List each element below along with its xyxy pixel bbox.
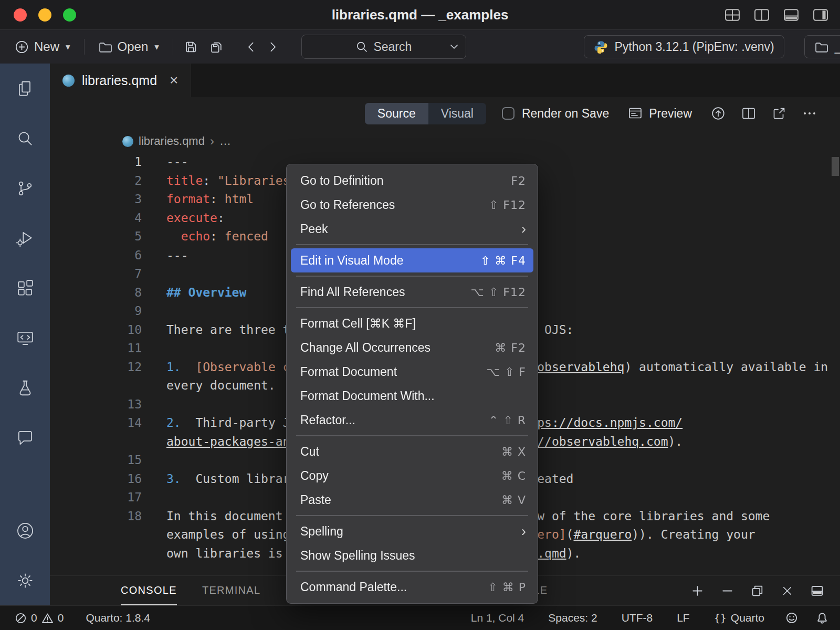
sidebar-item-search[interactable] [0, 113, 50, 163]
zoom-window-button[interactable] [63, 8, 76, 22]
feedback-button[interactable] [785, 612, 798, 624]
line-number: 7 [50, 265, 142, 284]
workspace-button[interactable]: _examples [804, 35, 840, 58]
menu-item-format-cell-k-f[interactable]: Format Cell [⌘K ⌘F] [291, 311, 533, 335]
minimize-window-button[interactable] [38, 8, 51, 22]
code-text: execute: [166, 209, 225, 228]
language-mode-status[interactable]: {} Quarto [711, 611, 768, 625]
problems-status[interactable]: 0 0 [12, 611, 67, 625]
menu-item-shortcut: ⇧ F12 [489, 198, 526, 212]
indentation-status[interactable]: Spaces: 2 [545, 611, 600, 625]
save-button[interactable] [184, 40, 198, 54]
quarto-version-status[interactable]: Quarto: 1.8.4 [82, 611, 153, 625]
sidebar-item-chat[interactable] [0, 413, 50, 463]
sidebar-item-viewer[interactable] [0, 313, 50, 363]
menu-item-label: Go to References [300, 198, 395, 212]
cursor-position-status[interactable]: Ln 1, Col 4 [468, 611, 528, 625]
panel-actions [690, 584, 840, 598]
grid-layout-icon [724, 8, 740, 22]
python-interpreter-selector[interactable]: Python 3.12.1 (PipEnv: .venv) [584, 35, 784, 58]
close-icon [780, 584, 794, 598]
chat-icon [16, 428, 35, 447]
menu-item-copy[interactable]: Copy⌘ C [291, 464, 533, 488]
sidebar-item-extensions[interactable] [0, 263, 50, 313]
sidebar-item-explorer[interactable] [0, 64, 50, 113]
render-button[interactable] [711, 106, 726, 121]
search-box[interactable]: Search [301, 35, 466, 59]
menu-item-cut[interactable]: Cut⌘ X [291, 439, 533, 464]
flask-icon [16, 379, 35, 397]
sidebar-item-testing[interactable] [0, 363, 50, 413]
split-editor-button[interactable] [741, 106, 756, 121]
preview-button[interactable]: Preview [625, 106, 695, 121]
tab-bar: libraries.qmd × [50, 64, 840, 97]
tab-source-mode[interactable]: Source [365, 103, 428, 124]
menu-item-spelling[interactable]: Spelling› [291, 519, 533, 543]
menu-item-format-document-with[interactable]: Format Document With... [291, 384, 533, 408]
menu-item-find-all-references[interactable]: Find All References⌥ ⇧ F12 [291, 280, 533, 304]
menu-item-label: Show Spelling Issues [300, 549, 415, 563]
language-mode-label: Quarto [731, 612, 764, 624]
menu-item-go-to-references[interactable]: Go to References⇧ F12 [291, 193, 533, 217]
sidebar-item-settings[interactable] [0, 555, 50, 605]
notifications-button[interactable] [816, 612, 828, 624]
panel-layout-button[interactable] [810, 584, 824, 598]
breadcrumb-file[interactable]: libraries.qmd [139, 134, 205, 148]
sidebar-item-source-control[interactable] [0, 163, 50, 213]
navigate-forward-button[interactable] [267, 40, 279, 54]
menu-item-label: Change All Occurrences [300, 341, 430, 355]
open-in-new-window-button[interactable] [772, 106, 786, 121]
render-on-save-checkbox[interactable] [502, 107, 514, 120]
save-all-button[interactable] [209, 40, 224, 54]
menu-item-edit-in-visual-mode[interactable]: Edit in Visual Mode⇧ ⌘ F4 [291, 248, 533, 272]
toggle-panel-button[interactable] [783, 8, 799, 22]
panel-layout-icon [810, 584, 824, 598]
tab-visual-mode[interactable]: Visual [428, 103, 486, 124]
search-dropdown[interactable] [449, 41, 459, 52]
toolbar-separator [84, 39, 85, 55]
eol-status[interactable]: LF [674, 611, 693, 625]
more-actions-button[interactable] [802, 106, 817, 121]
tab-libraries-qmd[interactable]: libraries.qmd × [50, 64, 191, 97]
panel-tab-console[interactable]: CONSOLE [121, 576, 177, 605]
menu-item-label: Cut [300, 445, 319, 459]
split-columns-button[interactable] [754, 8, 770, 22]
navigate-back-button[interactable] [245, 40, 257, 54]
menu-item-format-document[interactable]: Format Document⌥ ⇧ F [291, 360, 533, 384]
menu-item-refactor[interactable]: Refactor...⌃ ⇧ R [291, 408, 533, 432]
customize-layout-button[interactable] [724, 8, 740, 22]
line-number: 5 [50, 227, 142, 246]
new-console-button[interactable] [690, 584, 705, 598]
workspace-label: _examples [835, 40, 840, 54]
menu-item-peek[interactable]: Peek› [291, 217, 533, 241]
encoding-status[interactable]: UTF-8 [618, 611, 656, 625]
folder-icon [98, 40, 112, 54]
menu-item-show-spelling-issues[interactable]: Show Spelling Issues [291, 543, 533, 568]
new-button-label: New [34, 39, 59, 54]
sidebar-item-account[interactable] [0, 506, 50, 555]
line-number: 11 [50, 339, 142, 358]
close-panel-button[interactable] [780, 584, 794, 598]
menu-item-label: Command Palette... [300, 580, 407, 594]
menu-item-label: Find All References [300, 285, 405, 299]
close-tab-icon[interactable]: × [170, 73, 178, 88]
menu-item-shortcut: ⌘ X [501, 445, 526, 458]
breadcrumb-more[interactable]: … [219, 134, 231, 148]
toggle-sidebar-button[interactable] [813, 8, 828, 22]
menu-item-paste[interactable]: Paste⌘ V [291, 488, 533, 512]
restore-panel-button[interactable] [750, 584, 764, 598]
code-text: ## Overview [166, 284, 246, 302]
open-button[interactable]: Open ▾ [95, 39, 162, 55]
editor-scrollbar-thumb[interactable] [832, 157, 839, 176]
menu-item-command-palette[interactable]: Command Palette...⇧ ⌘ P [291, 575, 533, 599]
minimize-panel-button[interactable] [720, 584, 734, 598]
breadcrumb[interactable]: libraries.qmd › … [50, 130, 840, 153]
menu-item-label: Go to Definition [300, 174, 384, 188]
menu-item-change-all-occurrences[interactable]: Change All Occurrences⌘ F2 [291, 335, 533, 360]
sidebar-item-run-debug[interactable] [0, 213, 50, 263]
new-button[interactable]: New ▾ [12, 39, 74, 55]
plus-circle-icon [15, 40, 29, 54]
menu-item-go-to-definition[interactable]: Go to DefinitionF2 [291, 169, 533, 193]
panel-tab-terminal[interactable]: TERMINAL [202, 576, 261, 605]
close-window-button[interactable] [14, 8, 27, 22]
